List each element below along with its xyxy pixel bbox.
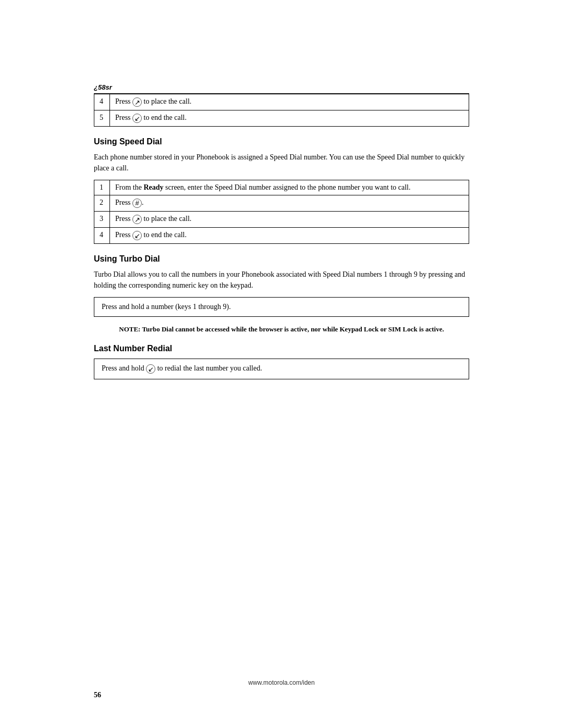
turbo-dial-box: Press and hold a number (keys 1 through …: [94, 297, 469, 317]
turbo-dial-description: Turbo Dial allows you to call the number…: [94, 269, 469, 291]
speed-dial-steps-table: 1 From the Ready screen, enter the Speed…: [94, 180, 469, 244]
end-icon: ↙: [132, 231, 142, 240]
step-text: From the Ready screen, enter the Speed D…: [110, 180, 469, 195]
page-footer: www.motorola.com/iden: [0, 679, 563, 686]
end-icon: ↙: [146, 364, 155, 374]
step-number: 4: [94, 228, 110, 244]
step-text: Press ↗ to place the call.: [110, 94, 469, 110]
last-redial-title: Last Number Redial: [94, 344, 469, 353]
step-number: 4: [94, 94, 110, 110]
turbo-dial-title: Using Turbo Dial: [94, 254, 469, 264]
step-text: Press #.: [110, 195, 469, 212]
top-steps-table: 4 Press ↗ to place the call. 5 Press ↙ t…: [94, 94, 469, 127]
step-text: Press ↙ to end the call.: [110, 110, 469, 127]
speed-dial-title: Using Speed Dial: [94, 137, 469, 146]
table-row: 2 Press #.: [94, 195, 469, 212]
step-text: Press ↗ to place the call.: [110, 212, 469, 228]
end-icon: ↙: [132, 114, 142, 123]
turbo-dial-box-text: Press and hold a number (keys 1 through …: [102, 303, 231, 311]
send-icon: ↗: [132, 97, 142, 107]
turbo-dial-note: NOTE: Turbo Dial cannot be accessed whil…: [94, 324, 469, 335]
table-row: 5 Press ↙ to end the call.: [94, 110, 469, 127]
step-number: 1: [94, 180, 110, 195]
page-number: 56: [94, 691, 101, 699]
hash-icon: #: [132, 199, 142, 208]
step-text: Press ↙ to end the call.: [110, 228, 469, 244]
step-number: 3: [94, 212, 110, 228]
table-row: 3 Press ↗ to place the call.: [94, 212, 469, 228]
send-icon: ↗: [132, 215, 142, 224]
speed-dial-description: Each phone number stored in your Phonebo…: [94, 152, 469, 174]
step-number: 5: [94, 110, 110, 127]
table-row: 4 Press ↙ to end the call.: [94, 228, 469, 244]
footer-url: www.motorola.com/iden: [0, 679, 563, 686]
table-row: 4 Press ↗ to place the call.: [94, 94, 469, 110]
step-number: 2: [94, 195, 110, 212]
table-row: 1 From the Ready screen, enter the Speed…: [94, 180, 469, 195]
page: ¿58sr 4 Press ↗ to place the call. 5 Pre…: [0, 0, 563, 728]
model-label: ¿58sr: [94, 83, 469, 91]
last-redial-box: Press and hold ↙ to redial the last numb…: [94, 359, 469, 379]
